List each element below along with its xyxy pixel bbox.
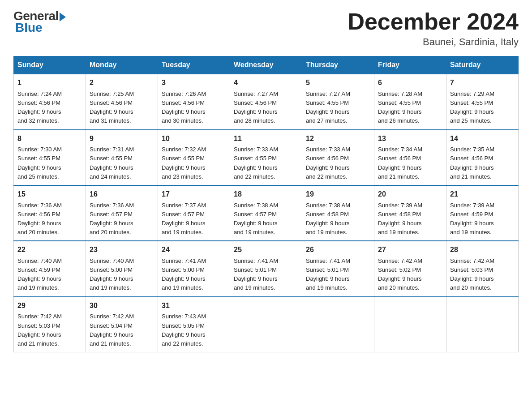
day-number: 20 xyxy=(378,189,442,200)
title-block: December 2024 Baunei, Sardinia, Italy xyxy=(348,9,519,48)
header-monday: Monday xyxy=(86,56,158,74)
table-row: 3Sunrise: 7:26 AMSunset: 4:56 PMDaylight… xyxy=(158,74,230,129)
table-row: 28Sunrise: 7:42 AMSunset: 5:03 PMDayligh… xyxy=(446,241,519,296)
day-number: 1 xyxy=(17,77,82,89)
day-number: 17 xyxy=(162,189,226,200)
day-number: 19 xyxy=(306,189,370,200)
calendar-week-row: 8Sunrise: 7:30 AMSunset: 4:55 PMDaylight… xyxy=(14,130,519,185)
table-row: 21Sunrise: 7:39 AMSunset: 4:59 PMDayligh… xyxy=(446,185,519,241)
table-row: 23Sunrise: 7:40 AMSunset: 5:00 PMDayligh… xyxy=(86,241,158,296)
table-row xyxy=(446,297,519,352)
calendar-week-row: 15Sunrise: 7:36 AMSunset: 4:56 PMDayligh… xyxy=(14,185,519,241)
table-row: 7Sunrise: 7:29 AMSunset: 4:55 PMDaylight… xyxy=(446,74,519,129)
table-row: 14Sunrise: 7:35 AMSunset: 4:56 PMDayligh… xyxy=(446,130,519,185)
day-number: 6 xyxy=(378,77,442,89)
calendar-table: Sunday Monday Tuesday Wednesday Thursday… xyxy=(13,56,519,352)
day-number: 2 xyxy=(90,77,154,89)
table-row xyxy=(302,297,374,352)
day-number: 8 xyxy=(17,133,82,145)
day-number: 13 xyxy=(378,133,442,145)
day-number: 14 xyxy=(450,133,515,145)
day-number: 27 xyxy=(378,244,442,256)
day-number: 9 xyxy=(90,133,154,145)
day-number: 16 xyxy=(90,189,154,200)
table-row: 26Sunrise: 7:41 AMSunset: 5:01 PMDayligh… xyxy=(302,241,374,296)
calendar-header-row: Sunday Monday Tuesday Wednesday Thursday… xyxy=(14,56,519,74)
day-number: 22 xyxy=(17,244,82,256)
table-row: 17Sunrise: 7:37 AMSunset: 4:57 PMDayligh… xyxy=(158,185,230,241)
table-row: 22Sunrise: 7:40 AMSunset: 4:59 PMDayligh… xyxy=(14,241,86,296)
logo-arrow-icon xyxy=(60,13,66,21)
day-number: 3 xyxy=(162,77,226,89)
table-row: 4Sunrise: 7:27 AMSunset: 4:56 PMDaylight… xyxy=(230,74,302,129)
logo-blue-text: Blue xyxy=(15,21,43,35)
day-number: 21 xyxy=(450,189,515,200)
table-row: 25Sunrise: 7:41 AMSunset: 5:01 PMDayligh… xyxy=(230,241,302,296)
day-number: 25 xyxy=(234,244,298,256)
calendar-week-row: 22Sunrise: 7:40 AMSunset: 4:59 PMDayligh… xyxy=(14,241,519,296)
table-row: 16Sunrise: 7:36 AMSunset: 4:57 PMDayligh… xyxy=(86,185,158,241)
table-row: 31Sunrise: 7:43 AMSunset: 5:05 PMDayligh… xyxy=(158,297,230,352)
table-row: 24Sunrise: 7:41 AMSunset: 5:00 PMDayligh… xyxy=(158,241,230,296)
table-row: 18Sunrise: 7:38 AMSunset: 4:57 PMDayligh… xyxy=(230,185,302,241)
day-number: 23 xyxy=(90,244,154,256)
table-row: 30Sunrise: 7:42 AMSunset: 5:04 PMDayligh… xyxy=(86,297,158,352)
day-number: 29 xyxy=(17,300,82,312)
day-number: 30 xyxy=(90,300,154,312)
table-row: 29Sunrise: 7:42 AMSunset: 5:03 PMDayligh… xyxy=(14,297,86,352)
table-row: 19Sunrise: 7:38 AMSunset: 4:58 PMDayligh… xyxy=(302,185,374,241)
header-tuesday: Tuesday xyxy=(158,56,230,74)
logo: General Blue xyxy=(13,9,66,35)
day-number: 31 xyxy=(162,300,226,312)
table-row: 6Sunrise: 7:28 AMSunset: 4:55 PMDaylight… xyxy=(374,74,446,129)
location-text: Baunei, Sardinia, Italy xyxy=(348,36,519,48)
table-row xyxy=(230,297,302,352)
header-saturday: Saturday xyxy=(446,56,519,74)
day-number: 18 xyxy=(234,189,298,200)
page-header: General Blue December 2024 Baunei, Sardi… xyxy=(13,9,519,48)
day-number: 26 xyxy=(306,244,370,256)
day-number: 10 xyxy=(162,133,226,145)
table-row: 12Sunrise: 7:33 AMSunset: 4:56 PMDayligh… xyxy=(302,130,374,185)
table-row xyxy=(374,297,446,352)
table-row: 9Sunrise: 7:31 AMSunset: 4:55 PMDaylight… xyxy=(86,130,158,185)
table-row: 11Sunrise: 7:33 AMSunset: 4:55 PMDayligh… xyxy=(230,130,302,185)
day-number: 4 xyxy=(234,77,298,89)
header-friday: Friday xyxy=(374,56,446,74)
header-wednesday: Wednesday xyxy=(230,56,302,74)
month-title: December 2024 xyxy=(348,9,519,34)
table-row: 13Sunrise: 7:34 AMSunset: 4:56 PMDayligh… xyxy=(374,130,446,185)
calendar-week-row: 1Sunrise: 7:24 AMSunset: 4:56 PMDaylight… xyxy=(14,74,519,129)
table-row: 2Sunrise: 7:25 AMSunset: 4:56 PMDaylight… xyxy=(86,74,158,129)
header-sunday: Sunday xyxy=(14,56,86,74)
table-row: 27Sunrise: 7:42 AMSunset: 5:02 PMDayligh… xyxy=(374,241,446,296)
day-number: 28 xyxy=(450,244,515,256)
table-row: 10Sunrise: 7:32 AMSunset: 4:55 PMDayligh… xyxy=(158,130,230,185)
day-number: 12 xyxy=(306,133,370,145)
table-row: 1Sunrise: 7:24 AMSunset: 4:56 PMDaylight… xyxy=(14,74,86,129)
table-row: 15Sunrise: 7:36 AMSunset: 4:56 PMDayligh… xyxy=(14,185,86,241)
table-row: 20Sunrise: 7:39 AMSunset: 4:58 PMDayligh… xyxy=(374,185,446,241)
day-number: 15 xyxy=(17,189,82,200)
calendar-week-row: 29Sunrise: 7:42 AMSunset: 5:03 PMDayligh… xyxy=(14,297,519,352)
day-number: 24 xyxy=(162,244,226,256)
day-number: 5 xyxy=(306,77,370,89)
day-number: 7 xyxy=(450,77,515,89)
header-thursday: Thursday xyxy=(302,56,374,74)
table-row: 8Sunrise: 7:30 AMSunset: 4:55 PMDaylight… xyxy=(14,130,86,185)
table-row: 5Sunrise: 7:27 AMSunset: 4:55 PMDaylight… xyxy=(302,74,374,129)
day-number: 11 xyxy=(234,133,298,145)
